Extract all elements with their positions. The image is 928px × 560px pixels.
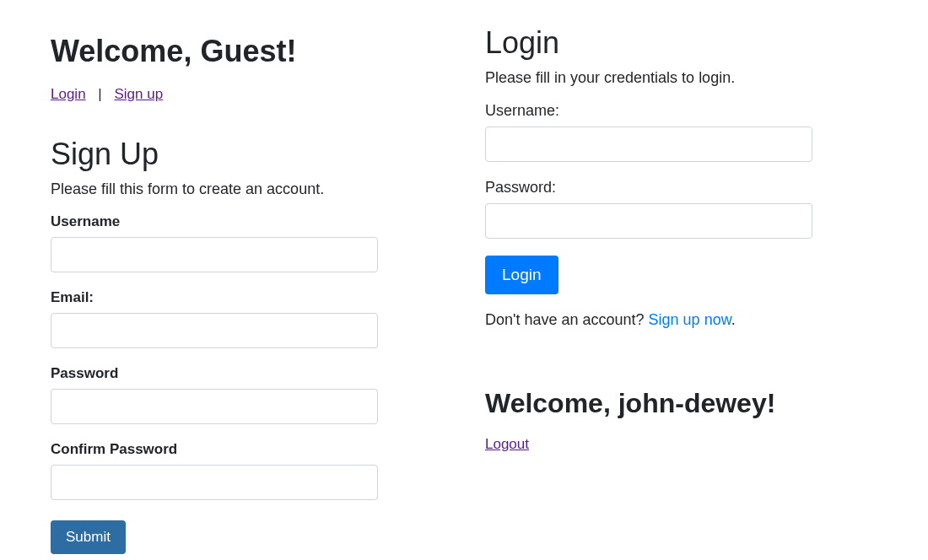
login-link[interactable]: Login <box>51 86 86 102</box>
login-submit-button[interactable]: Login <box>485 256 558 294</box>
signup-prompt-suffix: . <box>731 311 736 328</box>
signup-confirm-password-input[interactable] <box>51 465 378 500</box>
logout-link[interactable]: Logout <box>485 436 529 452</box>
login-heading: Login <box>485 25 861 61</box>
login-password-input[interactable] <box>485 203 812 239</box>
login-subtext: Please fill in your credentials to login… <box>485 69 861 87</box>
signup-confirm-password-label: Confirm Password <box>51 441 426 458</box>
guest-welcome-heading: Welcome, Guest! <box>51 34 426 69</box>
login-username-input[interactable] <box>485 127 812 162</box>
login-form: Login Please fill in your credentials to… <box>485 25 861 329</box>
signup-heading: Sign Up <box>51 137 426 172</box>
link-separator: | <box>98 86 101 103</box>
signup-username-input[interactable] <box>51 237 378 272</box>
signup-form: Sign Up Please fill this form to create … <box>51 137 426 554</box>
signup-prompt-prefix: Don't have an account? <box>485 311 649 328</box>
signup-password-label: Password <box>51 365 426 382</box>
signup-email-input[interactable] <box>51 313 378 348</box>
login-password-label: Password: <box>485 179 861 197</box>
signup-prompt: Don't have an account? Sign up now. <box>485 311 861 329</box>
auth-links: Login | Sign up <box>51 86 426 103</box>
signup-link[interactable]: Sign up <box>115 86 164 102</box>
signup-submit-button[interactable]: Submit <box>51 520 126 554</box>
signup-now-link[interactable]: Sign up now <box>649 311 731 328</box>
signup-subtext: Please fill this form to create an accou… <box>51 180 426 198</box>
user-panel: Welcome, john-dewey! Logout <box>485 388 861 453</box>
signup-password-input[interactable] <box>51 389 378 424</box>
signup-email-label: Email: <box>51 289 426 306</box>
user-welcome-heading: Welcome, john-dewey! <box>485 388 861 419</box>
login-username-label: Username: <box>485 102 861 120</box>
signup-username-label: Username <box>51 213 426 230</box>
